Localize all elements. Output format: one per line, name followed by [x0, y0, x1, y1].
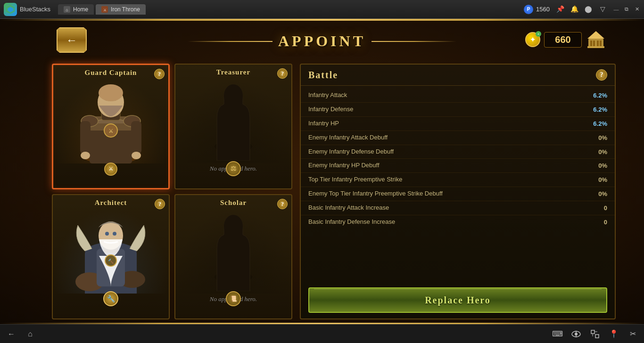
basic-infantry-defense-value: 0: [584, 219, 607, 226]
svg-rect-47: [591, 330, 594, 334]
close-button[interactable]: ✕: [634, 6, 640, 13]
home-nav-icon[interactable]: ⌂: [25, 328, 36, 340]
minimize-button[interactable]: —: [613, 6, 619, 13]
replace-hero-button[interactable]: Replace Hero: [308, 287, 607, 313]
svg-rect-26: [131, 121, 141, 154]
hero-card-guard-captain[interactable]: Guard Captain ?: [52, 64, 170, 189]
share-icon[interactable]: ▽: [598, 5, 607, 14]
hero-card-architect[interactable]: Architect ?: [52, 194, 170, 320]
window-controls: — ⧉ ✕: [613, 6, 640, 13]
hero-card-scholar[interactable]: Scholar ? 📜 No appointed hero.: [174, 194, 292, 320]
scholar-silhouette: [207, 211, 259, 291]
scholar-portrait-empty: [175, 209, 291, 294]
carl-svg: ⚔: [73, 81, 149, 163]
enemy-top-tier-preemptive-label: Enemy Top Tier Infantry Preemptive Strik…: [308, 190, 584, 198]
stat-row-basic-infantry-defense: Basic Infantry Defense Increase 0: [301, 215, 615, 229]
svg-text:🔨: 🔨: [108, 258, 114, 264]
svg-point-44: [575, 333, 578, 335]
taskbar: ← ⌂ ⌨ 📍 ✂: [0, 324, 644, 343]
guard-captain-help-icon[interactable]: ?: [154, 69, 165, 79]
treasurer-silhouette: [207, 81, 259, 161]
pin-icon[interactable]: 📌: [555, 5, 565, 14]
hero-card-treasurer[interactable]: Treasurer ? ⚖ No appointed hero.: [174, 64, 292, 189]
svg-rect-25: [80, 121, 91, 154]
bell-icon[interactable]: 🔔: [570, 5, 579, 14]
currency-bar: ✦ + 660: [525, 29, 606, 50]
top-tier-preemptive-label: Top Tier Infantry Preemptive Strike: [308, 176, 584, 184]
stat-row-infantry-defense: Infantry Defense 6.2%: [301, 103, 615, 117]
stat-row-enemy-infantry-defense-debuff: Enemy Infantry Defense Debuff 0%: [301, 145, 615, 159]
game-tab-label: Iron Throne: [111, 6, 140, 13]
svg-text:⚔: ⚔: [103, 8, 107, 12]
back-nav-icon[interactable]: ←: [6, 328, 17, 340]
infantry-defense-label: Infantry Defense: [308, 106, 584, 114]
infantry-hp-value: 6.2%: [584, 120, 607, 127]
svg-point-42: [224, 215, 243, 237]
top-tier-preemptive-value: 0%: [584, 176, 607, 183]
enemy-top-tier-preemptive-value: 0%: [584, 190, 607, 197]
points-display: P 1560: [524, 5, 550, 14]
architect-help-icon[interactable]: ?: [155, 199, 165, 209]
game-area: ← APPOINT ✦ + 660: [0, 19, 644, 324]
titlebar-actions: 📌 🔔 ⬤ ▽: [555, 5, 607, 14]
svg-point-38: [113, 232, 116, 236]
points-value: 1560: [536, 6, 550, 13]
bank-icon[interactable]: [586, 29, 606, 50]
resize-icon[interactable]: [589, 328, 601, 340]
battle-title: Battle: [308, 70, 338, 81]
battle-help-icon[interactable]: ?: [596, 69, 607, 81]
main-content: Guard Captain ?: [52, 64, 616, 319]
haral-portrait: 🔨: [53, 209, 169, 294]
svg-point-37: [105, 232, 109, 236]
stat-row-basic-infantry-attack: Basic Infantry Attack Increase 0: [301, 201, 615, 215]
eye-icon[interactable]: [570, 328, 582, 340]
back-arrow-icon: ←: [66, 34, 77, 47]
svg-marker-8: [587, 31, 604, 39]
enemy-infantry-defense-debuff-label: Enemy Infantry Defense Debuff: [308, 148, 584, 156]
svg-point-28: [132, 152, 141, 159]
points-icon: P: [524, 5, 533, 14]
scholar-help-icon[interactable]: ?: [277, 199, 288, 209]
coin-icon[interactable]: ✦ +: [525, 32, 540, 47]
stat-row-infantry-hp: Infantry HP 6.2%: [301, 117, 615, 131]
stat-row-enemy-top-tier-preemptive: Enemy Top Tier Infantry Preemptive Strik…: [301, 187, 615, 201]
haral-svg: 🔨: [73, 211, 149, 294]
svg-point-30: [224, 84, 243, 107]
svg-rect-7: [587, 46, 604, 48]
guard-captain-title: Guard Captain: [83, 65, 139, 79]
circle-icon[interactable]: ⬤: [584, 5, 593, 14]
scholar-title: Scholar: [218, 195, 248, 209]
titlebar: BlueStacks ⌂ Home ⚔ Iron Throne P 1560 📌…: [0, 0, 644, 19]
bluestacks-logo: [4, 3, 17, 16]
heroes-panel: Guard Captain ?: [52, 64, 292, 319]
svg-point-22: [99, 84, 123, 101]
scissors-icon[interactable]: ✂: [627, 328, 638, 340]
svg-rect-9: [590, 41, 592, 46]
header-title-container: APPOINT: [188, 33, 456, 50]
location-icon[interactable]: 📍: [608, 328, 619, 340]
svg-point-27: [81, 152, 90, 159]
battle-header: Battle ?: [301, 65, 615, 86]
maximize-button[interactable]: ⧉: [623, 6, 630, 13]
battle-panel: Battle ? Infantry Attack 6.2% Infantry D…: [300, 64, 616, 319]
bluestacks-brand: BlueStacks: [20, 6, 50, 13]
enemy-infantry-hp-debuff-label: Enemy Infantry HP Debuff: [308, 162, 584, 170]
svg-marker-1: [8, 7, 13, 12]
svg-rect-12: [600, 41, 602, 46]
treasurer-title: Treasurer: [215, 65, 252, 78]
back-button[interactable]: ←: [57, 27, 87, 53]
svg-text:⌂: ⌂: [66, 8, 68, 12]
infantry-defense-value: 6.2%: [584, 106, 607, 113]
keyboard-icon[interactable]: ⌨: [552, 328, 563, 340]
enemy-infantry-attack-debuff-value: 0%: [584, 134, 607, 141]
game-tab[interactable]: ⚔ Iron Throne: [96, 4, 146, 15]
basic-infantry-attack-label: Basic Infantry Attack Increase: [308, 204, 584, 212]
home-tab[interactable]: ⌂ Home: [58, 4, 94, 15]
game-icon: ⚔: [101, 6, 108, 13]
home-icon: ⌂: [64, 6, 70, 13]
page-title: APPOINT: [278, 33, 366, 50]
infantry-hp-label: Infantry HP: [308, 120, 584, 128]
coin-plus-icon: +: [536, 31, 541, 37]
currency-amount: 660: [544, 32, 582, 48]
treasurer-help-icon[interactable]: ?: [277, 68, 288, 79]
